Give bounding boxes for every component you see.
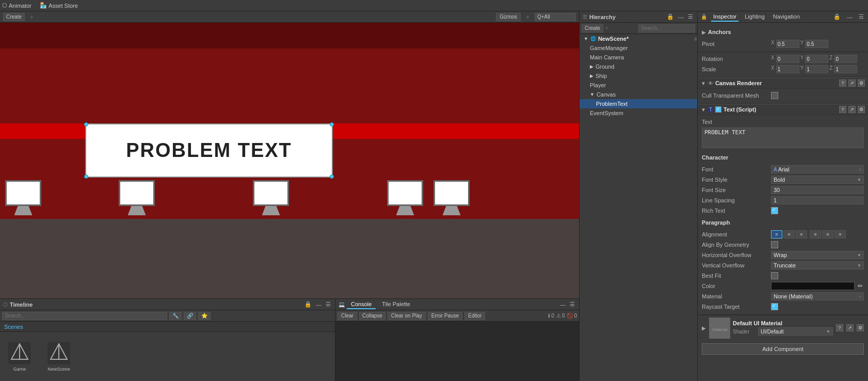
align-by-geometry-checkbox[interactable] bbox=[771, 241, 778, 248]
pivot-y-input[interactable] bbox=[805, 40, 828, 48]
align-justify-left-btn[interactable]: ≡ bbox=[810, 230, 821, 239]
clear-on-play-button[interactable]: Clear on Play bbox=[388, 312, 426, 320]
hierarchy-item-ship[interactable]: ▶ Ship bbox=[580, 71, 697, 81]
h-overflow-dropdown[interactable]: Wrap ▼ bbox=[771, 251, 864, 259]
line-spacing-input[interactable] bbox=[771, 196, 864, 204]
breadcrumb-scenes[interactable]: Scenes bbox=[4, 324, 23, 330]
timeline-tool-1[interactable]: 🔧 bbox=[169, 312, 182, 320]
best-fit-checkbox[interactable] bbox=[771, 272, 778, 279]
hierarchy-lock-btn[interactable]: 🔒 bbox=[666, 13, 675, 20]
pivot-x-input[interactable] bbox=[776, 40, 799, 48]
handle-bl[interactable] bbox=[84, 174, 88, 179]
canvas-renderer-icon-3[interactable]: ⚙ bbox=[858, 80, 865, 87]
text-script-enabled-checkbox[interactable] bbox=[715, 106, 721, 113]
problem-text-label: PROBLEM TEXT bbox=[126, 139, 292, 162]
align-center-btn[interactable]: ≡ bbox=[783, 230, 795, 239]
hierarchy-item-eventsystem[interactable]: EventSystem bbox=[580, 108, 697, 118]
add-component-button[interactable]: Add Component bbox=[702, 343, 864, 355]
material-icon-1[interactable]: ? bbox=[836, 324, 843, 331]
material-toggle[interactable]: ▶ bbox=[702, 325, 706, 331]
console-menu-btn[interactable]: ☰ bbox=[569, 301, 576, 308]
timeline-tool-3[interactable]: ⭐ bbox=[198, 312, 211, 320]
error-pause-button[interactable]: Error Pause bbox=[428, 312, 462, 320]
hierarchy-item-ground[interactable]: ▶ Ground bbox=[580, 62, 697, 71]
collapse-button[interactable]: Collapse bbox=[359, 312, 385, 320]
align-justify-center-btn[interactable]: ≡ bbox=[822, 230, 833, 239]
timeline-close-btn[interactable]: — bbox=[315, 301, 323, 308]
lighting-tab[interactable]: Lighting bbox=[743, 12, 767, 22]
asset-game-icon[interactable]: Game bbox=[4, 341, 35, 372]
asset-newscene-icon[interactable]: NewScene bbox=[43, 341, 74, 372]
timeline-tool-2[interactable]: 🔗 bbox=[184, 312, 196, 320]
canvas-renderer-toggle[interactable]: ▼ bbox=[701, 81, 706, 86]
hierarchy-create-btn[interactable]: Create bbox=[582, 24, 603, 33]
rot-y-input[interactable] bbox=[805, 55, 828, 63]
inspector-tab[interactable]: Inspector bbox=[711, 12, 738, 22]
problem-text-container[interactable]: PROBLEM TEXT bbox=[85, 123, 333, 178]
inspector-menu-btn[interactable]: ☰ bbox=[858, 13, 865, 20]
tile-palette-tab[interactable]: Tile Palette bbox=[378, 300, 414, 309]
timeline-menu-btn[interactable]: ☰ bbox=[325, 301, 332, 308]
hierarchy-menu-btn[interactable]: ☰ bbox=[687, 13, 694, 20]
asset-store-tab[interactable]: 🏪 Asset Store bbox=[40, 2, 78, 9]
raycast-target-checkbox[interactable] bbox=[771, 303, 778, 310]
hierarchy-item-newscene[interactable]: ▼ 🌐 NewScene* ≡ bbox=[580, 34, 697, 43]
scale-y-input[interactable] bbox=[805, 65, 828, 73]
text-script-icon-2[interactable]: ↗ bbox=[848, 106, 856, 113]
info-count: ℹ 0 bbox=[548, 313, 554, 319]
navigation-tab[interactable]: Navigation bbox=[771, 12, 802, 22]
handle-tl[interactable] bbox=[84, 122, 88, 126]
clear-button[interactable]: Clear bbox=[337, 312, 357, 320]
rot-x-input[interactable] bbox=[776, 55, 799, 63]
font-size-input[interactable] bbox=[771, 186, 864, 194]
scale-z-input[interactable] bbox=[834, 65, 857, 73]
gizmos-button[interactable]: Gizmos bbox=[496, 13, 521, 21]
rich-text-checkbox[interactable] bbox=[771, 207, 778, 214]
align-left-btn[interactable]: ≡ bbox=[771, 230, 782, 239]
canvas-renderer-icon-1[interactable]: ? bbox=[839, 80, 846, 87]
text-script-icon-3[interactable]: ⚙ bbox=[858, 106, 865, 113]
console-close-btn[interactable]: — bbox=[559, 301, 567, 308]
timeline-lock-btn[interactable]: 🔒 bbox=[303, 301, 313, 308]
hierarchy-search-input[interactable] bbox=[638, 24, 695, 33]
material-icon-3[interactable]: ⚙ bbox=[857, 324, 864, 331]
material-dropdown[interactable]: None (Material) ○ bbox=[771, 292, 864, 300]
monitor-stand-2 bbox=[128, 206, 146, 215]
material-icon-2[interactable]: ↗ bbox=[846, 324, 854, 331]
align-right-btn[interactable]: ≡ bbox=[796, 230, 807, 239]
font-style-dropdown[interactable]: Bold ▼ bbox=[771, 176, 864, 184]
text-script-toggle[interactable]: ▼ bbox=[701, 107, 706, 113]
shader-dropdown[interactable]: UI/Default ▼ bbox=[758, 327, 833, 336]
timeline-search-input[interactable] bbox=[2, 312, 167, 320]
hierarchy-item-gamemanager[interactable]: GameManager bbox=[580, 43, 697, 53]
hierarchy-item-player[interactable]: Player bbox=[580, 81, 697, 90]
hierarchy-item-canvas[interactable]: ▼ Canvas bbox=[580, 90, 697, 99]
color-edit-btn[interactable]: ✏ bbox=[857, 282, 864, 290]
animator-tab[interactable]: ⬡ Animator bbox=[2, 2, 31, 9]
scale-x-input[interactable] bbox=[776, 65, 799, 73]
inspector-lock-btn[interactable]: 🔒 bbox=[832, 13, 842, 20]
canvas-renderer-icon-2[interactable]: ↗ bbox=[848, 80, 856, 87]
handle-br[interactable] bbox=[330, 174, 334, 179]
scene-viewport[interactable]: PROBLEM TEXT bbox=[0, 23, 579, 298]
create-button[interactable]: Create bbox=[3, 13, 25, 21]
rot-z-input[interactable] bbox=[834, 55, 857, 63]
hierarchy-item-problemtext[interactable]: ProblemText bbox=[580, 99, 697, 108]
inspector-close-btn[interactable]: — bbox=[846, 14, 854, 20]
align-justify-right-btn[interactable]: ≡ bbox=[834, 230, 846, 239]
color-picker[interactable] bbox=[771, 282, 855, 290]
handle-tr[interactable] bbox=[330, 122, 334, 126]
text-textarea[interactable]: PROBLEM TEXT bbox=[702, 128, 864, 148]
console-tab[interactable]: Console bbox=[347, 300, 376, 309]
anchors-toggle[interactable]: ▶ bbox=[702, 29, 706, 35]
hierarchy-close-btn[interactable]: — bbox=[677, 14, 685, 20]
search-input[interactable] bbox=[535, 13, 576, 21]
canvas-renderer-header: ▼ 👁 Canvas Renderer ? ↗ ⚙ bbox=[698, 77, 868, 89]
text-script-icon-1[interactable]: ? bbox=[839, 106, 846, 113]
editor-button[interactable]: Editor bbox=[464, 312, 485, 320]
v-overflow-dropdown[interactable]: Truncate ▼ bbox=[771, 261, 864, 269]
scale-inputs: X Y Z bbox=[771, 65, 864, 73]
cull-transparent-checkbox[interactable] bbox=[771, 92, 778, 99]
font-dropdown[interactable]: A Arial ○ bbox=[771, 165, 864, 173]
hierarchy-item-maincamera[interactable]: Main Camera bbox=[580, 53, 697, 62]
